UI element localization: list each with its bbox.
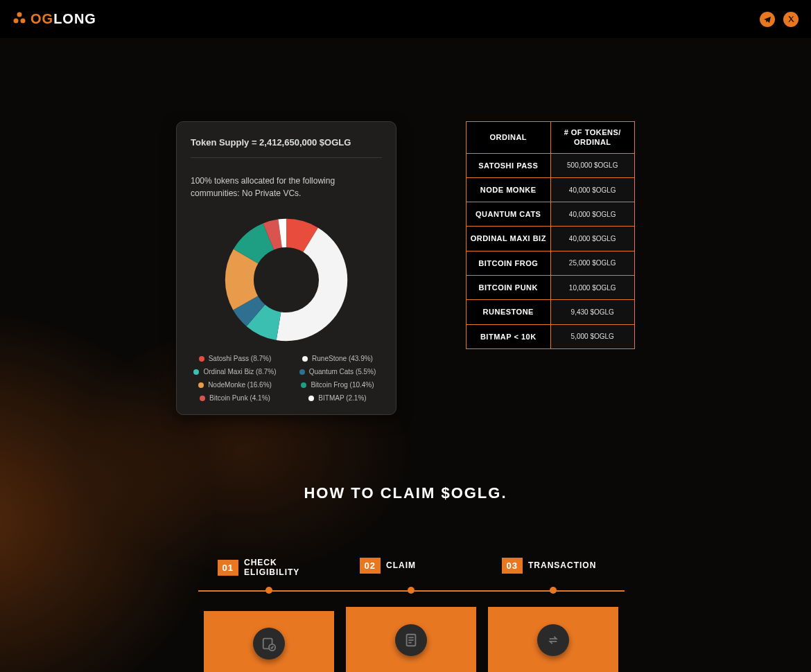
step-icon bbox=[537, 624, 569, 656]
step-label: 02 CLAIM bbox=[360, 558, 416, 574]
table-row: QUANTUM CATS40,000 $OGLG bbox=[466, 202, 635, 227]
table-cell-tokens: 40,000 $OGLG bbox=[550, 202, 635, 227]
howto-steps: 01 CHECKELIGIBILITY 02 CLAIM 03 TRANSACT… bbox=[198, 558, 625, 672]
howto-heading: HOW TO CLAIM $OGLG. bbox=[0, 484, 811, 502]
svg-point-0 bbox=[17, 12, 22, 17]
step-title: CHECKELIGIBILITY bbox=[244, 558, 299, 578]
legend-label: BITMAP (2.1%) bbox=[318, 394, 366, 402]
table-row: ORDINAL MAXI BIZ40,000 $OGLG bbox=[466, 227, 635, 251]
table-cell-ordinal: SATOSHI PASS bbox=[466, 153, 551, 177]
howto-step: 02 CLAIM bbox=[340, 558, 482, 672]
step-icon bbox=[395, 624, 427, 656]
legend-dot bbox=[301, 382, 306, 388]
header-social-icons bbox=[760, 12, 799, 27]
legend-item: Bitcoin Frog (10.4%) bbox=[301, 381, 374, 389]
table-cell-ordinal: BITCOIN FROG bbox=[466, 251, 551, 275]
token-supply-title: Token Supply = 2,412,650,000 $OGLG bbox=[191, 137, 382, 158]
table-cell-tokens: 5,000 $OGLG bbox=[550, 324, 635, 348]
legend-label: Satoshi Pass (8.7%) bbox=[209, 355, 272, 362]
legend-label: Ordinal Maxi Biz (8.7%) bbox=[203, 368, 276, 375]
logo-icon bbox=[12, 11, 26, 28]
allocation-donut-chart bbox=[191, 212, 382, 348]
legend-dot bbox=[198, 382, 204, 388]
svg-point-2 bbox=[21, 18, 26, 23]
legend-item: Quantum Cats (5.5%) bbox=[299, 368, 376, 375]
legend-label: Bitcoin Frog (10.4%) bbox=[311, 381, 374, 389]
table-cell-tokens: 10,000 $OGLG bbox=[550, 276, 635, 300]
step-card[interactable] bbox=[204, 611, 334, 672]
legend-label: Bitcoin Punk (4.1%) bbox=[209, 394, 270, 402]
legend-label: RuneStone (43.9%) bbox=[312, 355, 373, 362]
table-row: BITMAP < 10K5,000 $OGLG bbox=[466, 324, 635, 348]
step-dot bbox=[265, 587, 272, 594]
howto-step: 03 TRANSACTION bbox=[482, 558, 625, 672]
legend-label: Quantum Cats (5.5%) bbox=[309, 368, 376, 375]
logo[interactable]: OGLONG bbox=[12, 11, 96, 28]
legend-item: Satoshi Pass (8.7%) bbox=[199, 355, 272, 362]
step-label: 03 TRANSACTION bbox=[502, 558, 597, 574]
table-cell-ordinal: NODE MONKE bbox=[466, 177, 551, 202]
table-cell-tokens: 9,430 $OGLG bbox=[550, 300, 635, 324]
step-icon bbox=[253, 628, 285, 660]
table-row: BITCOIN FROG25,000 $OGLG bbox=[466, 251, 635, 275]
table-cell-tokens: 40,000 $OGLG bbox=[550, 177, 635, 202]
token-supply-card: Token Supply = 2,412,650,000 $OGLG 100% … bbox=[176, 121, 396, 415]
step-title: CLAIM bbox=[386, 560, 416, 570]
step-card[interactable] bbox=[488, 607, 618, 672]
legend-item: BITMAP (2.1%) bbox=[308, 394, 366, 402]
telegram-icon[interactable] bbox=[760, 12, 775, 27]
step-number: 02 bbox=[360, 558, 381, 574]
step-number: 03 bbox=[502, 558, 523, 574]
legend-dot bbox=[199, 356, 204, 362]
legend-item: Bitcoin Punk (4.1%) bbox=[200, 394, 270, 402]
table-cell-ordinal: QUANTUM CATS bbox=[466, 202, 551, 227]
svg-point-1 bbox=[14, 18, 19, 23]
table-cell-tokens: 25,000 $OGLG bbox=[550, 251, 635, 275]
table-cell-ordinal: RUNESTONE bbox=[466, 300, 551, 324]
step-title: TRANSACTION bbox=[528, 560, 596, 570]
step-number: 01 bbox=[218, 560, 238, 576]
tokens-per-ordinal-table: ORDINAL # OF TOKENS/ ORDINAL SATOSHI PAS… bbox=[466, 121, 635, 349]
header: OGLONG bbox=[0, 0, 811, 38]
legend-dot bbox=[200, 396, 205, 401]
step-card[interactable] bbox=[346, 607, 476, 672]
logo-text: OGLONG bbox=[30, 11, 96, 27]
main-content-row: Token Supply = 2,412,650,000 $OGLG 100% … bbox=[0, 121, 811, 415]
legend-item: RuneStone (43.9%) bbox=[302, 355, 373, 362]
table-cell-tokens: 40,000 $OGLG bbox=[550, 227, 635, 251]
table-row: SATOSHI PASS500,000 $OGLG bbox=[466, 153, 635, 177]
legend-item: NodeMonke (16.6%) bbox=[198, 381, 272, 389]
step-dot bbox=[550, 587, 557, 594]
legend-dot bbox=[308, 396, 314, 401]
legend-item: Ordinal Maxi Biz (8.7%) bbox=[193, 368, 276, 375]
table-cell-tokens: 500,000 $OGLG bbox=[550, 153, 635, 177]
table-cell-ordinal: BITMAP < 10K bbox=[466, 324, 551, 348]
step-label: 01 CHECKELIGIBILITY bbox=[218, 558, 300, 578]
x-twitter-icon[interactable] bbox=[783, 12, 799, 27]
legend-label: NodeMonke (16.6%) bbox=[208, 381, 272, 389]
legend-dot bbox=[302, 356, 308, 362]
donut-legend: Satoshi Pass (8.7%)RuneStone (43.9%)Ordi… bbox=[191, 355, 382, 402]
legend-dot bbox=[299, 369, 305, 375]
table-row: RUNESTONE9,430 $OGLG bbox=[466, 300, 635, 324]
table-row: BITCOIN PUNK10,000 $OGLG bbox=[466, 276, 635, 300]
table-cell-ordinal: ORDINAL MAXI BIZ bbox=[466, 227, 551, 251]
howto-step: 01 CHECKELIGIBILITY bbox=[198, 558, 340, 672]
step-dot bbox=[408, 587, 415, 594]
table-cell-ordinal: BITCOIN PUNK bbox=[466, 276, 551, 300]
table-header-tokens: # OF TOKENS/ ORDINAL bbox=[550, 122, 635, 154]
table-header-ordinal: ORDINAL bbox=[466, 122, 551, 154]
legend-dot bbox=[193, 369, 199, 375]
token-supply-subtitle: 100% tokens allocated for the following … bbox=[191, 175, 382, 200]
table-row: NODE MONKE40,000 $OGLG bbox=[466, 177, 635, 202]
